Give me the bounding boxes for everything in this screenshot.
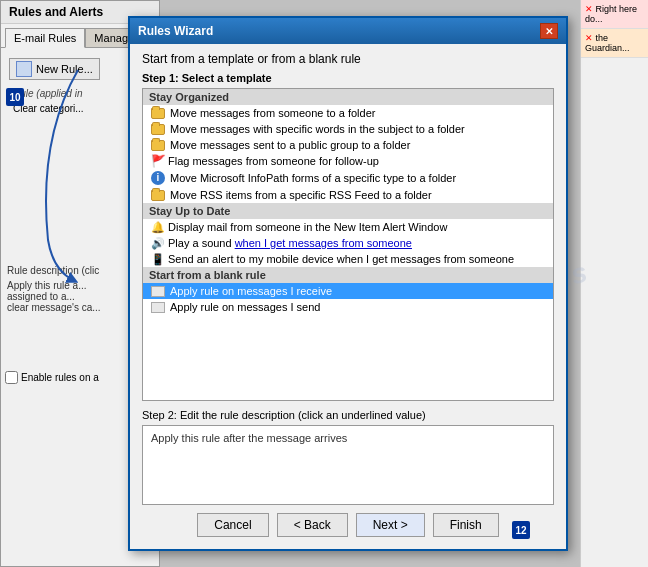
rule-rss[interactable]: Move RSS items from a specific RSS Feed … <box>143 187 553 203</box>
next-button[interactable]: Next > <box>356 513 425 537</box>
rule-send-alert[interactable]: 📱 Send an alert to my mobile device when… <box>143 251 553 267</box>
close-button[interactable]: ✕ <box>540 23 558 39</box>
dialog-title: Rules Wizard <box>138 24 213 38</box>
tab-email[interactable]: E-mail Rules <box>5 28 85 48</box>
right-item-2: ✕ the Guardian... <box>581 29 648 58</box>
rule-apply-send[interactable]: Apply rule on messages I send <box>143 299 553 315</box>
badge-12: 12 <box>512 521 530 539</box>
section-blank-rule: Start from a blank rule <box>143 267 553 283</box>
dialog-titlebar: Rules Wizard ✕ <box>130 18 566 44</box>
step2-label: Step 2: Edit the rule description (click… <box>142 409 554 421</box>
step1-label: Step 1: Select a template <box>142 72 554 84</box>
section-stay-uptodate: Stay Up to Date <box>143 203 553 219</box>
enable-rules[interactable]: Enable rules on a <box>5 371 99 384</box>
rule-apply-receive[interactable]: Apply rule on messages I receive <box>143 283 553 299</box>
template-list[interactable]: Stay Organized Move messages from someon… <box>142 88 554 401</box>
folder-icon <box>151 124 165 135</box>
back-button[interactable]: < Back <box>277 513 348 537</box>
enable-rules-checkbox[interactable] <box>5 371 18 384</box>
info-icon: i <box>151 171 165 185</box>
rule-flag-followup[interactable]: 🚩 Flag messages from someone for follow-… <box>143 153 553 169</box>
dialog-body: Start from a template or from a blank ru… <box>130 44 566 549</box>
alert-icon: 📱 <box>151 253 163 265</box>
blank-icon <box>151 302 165 313</box>
step2-text: Apply this rule after the message arrive… <box>151 432 347 444</box>
folder-icon <box>151 190 165 201</box>
rule-display-mail[interactable]: 🔔 Display mail from someone in the New I… <box>143 219 553 235</box>
dialog-footer: Cancel < Back Next > Finish <box>142 505 554 541</box>
arrow-svg <box>18 60 118 290</box>
section-stay-organized: Stay Organized <box>143 89 553 105</box>
sound-icon: 🔊 <box>151 237 163 249</box>
flag-icon: 🚩 <box>151 155 163 167</box>
right-item-1: ✕ Right here do... <box>581 0 648 29</box>
intro-text: Start from a template or from a blank ru… <box>142 52 554 66</box>
rule-infopath[interactable]: i Move Microsoft InfoPath forms of a spe… <box>143 169 553 187</box>
rule-move-from[interactable]: Move messages from someone to a folder <box>143 105 553 121</box>
finish-button[interactable]: Finish <box>433 513 499 537</box>
folder-icon <box>151 108 165 119</box>
rule-play-sound[interactable]: 🔊 Play a sound when I get messages from … <box>143 235 553 251</box>
rules-wizard-dialog: Rules Wizard ✕ Start from a template or … <box>128 16 568 551</box>
blank-icon <box>151 286 165 297</box>
rule-move-sent[interactable]: Move messages sent to a public group to … <box>143 137 553 153</box>
rule-move-subject[interactable]: Move messages with specific words in the… <box>143 121 553 137</box>
right-panel: ✕ Right here do... ✕ the Guardian... <box>580 0 648 567</box>
step2-description-box: Apply this rule after the message arrive… <box>142 425 554 505</box>
badge-10: 10 <box>6 88 24 106</box>
folder-icon <box>151 140 165 151</box>
alert-icon: 🔔 <box>151 221 163 233</box>
cancel-button[interactable]: Cancel <box>197 513 268 537</box>
